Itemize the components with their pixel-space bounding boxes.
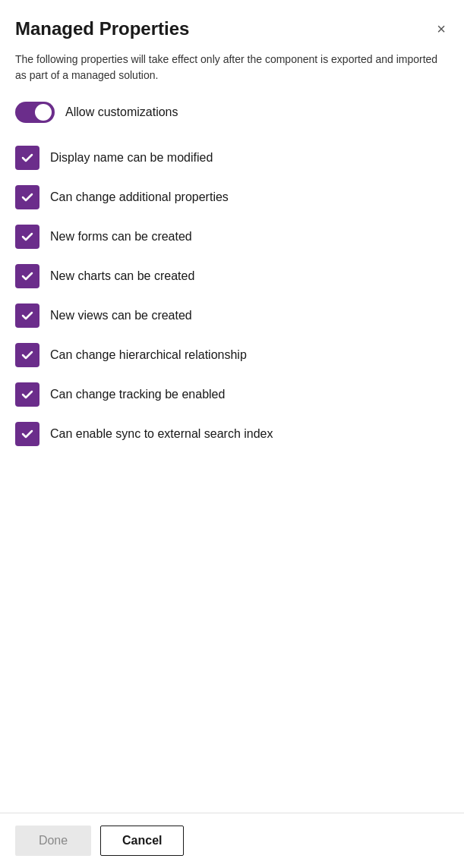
checkbox-label-new-views: New views can be created [50,309,192,322]
checkmark-icon [21,190,34,204]
checkbox-label-new-forms: New forms can be created [50,230,192,244]
checkmark-icon [21,427,34,441]
cancel-button[interactable]: Cancel [100,826,184,856]
done-button[interactable]: Done [15,826,91,856]
checkbox-list: Display name can be modified Can change … [15,138,449,454]
dialog-content: Managed Properties × The following prope… [0,0,464,813]
checkbox-label-display-name: Display name can be modified [50,151,213,165]
toggle-slider [15,102,55,123]
close-button[interactable]: × [434,18,449,39]
checkmark-icon [21,151,34,165]
checkbox-display-name[interactable] [15,146,39,170]
checkbox-tracking[interactable] [15,382,39,407]
checkbox-hierarchical[interactable] [15,343,39,367]
checkmark-icon [21,309,34,322]
dialog-description: The following properties will take effec… [15,52,449,83]
checkbox-label-additional-props: Can change additional properties [50,190,229,204]
checkmark-icon [21,230,34,244]
checkbox-row-additional-props: Can change additional properties [15,178,449,217]
checkbox-row-new-charts: New charts can be created [15,256,449,296]
checkbox-new-views[interactable] [15,303,39,328]
dialog-footer: Done Cancel [0,813,464,868]
checkbox-sync-search[interactable] [15,422,39,446]
checkbox-row-hierarchical: Can change hierarchical relationship [15,335,449,375]
checkmark-icon [21,348,34,362]
checkbox-label-sync-search: Can enable sync to external search index [50,427,273,441]
checkbox-new-charts[interactable] [15,264,39,288]
checkmark-icon [21,269,34,283]
allow-customizations-toggle[interactable] [15,102,55,123]
checkbox-additional-props[interactable] [15,185,39,209]
checkbox-row-display-name: Display name can be modified [15,138,449,178]
checkmark-icon [21,388,34,401]
checkbox-row-new-views: New views can be created [15,296,449,335]
dialog-title: Managed Properties [15,18,189,39]
managed-properties-dialog: Managed Properties × The following prope… [0,0,464,868]
checkbox-label-hierarchical: Can change hierarchical relationship [50,348,247,362]
dialog-header: Managed Properties × [15,18,449,39]
checkbox-label-new-charts: New charts can be created [50,269,194,283]
checkbox-row-new-forms: New forms can be created [15,217,449,256]
toggle-row: Allow customizations [15,102,449,123]
checkbox-label-tracking: Can change tracking be enabled [50,388,225,401]
toggle-label: Allow customizations [65,105,178,119]
checkbox-new-forms[interactable] [15,225,39,249]
checkbox-row-tracking: Can change tracking be enabled [15,375,449,414]
checkbox-row-sync-search: Can enable sync to external search index [15,414,449,454]
